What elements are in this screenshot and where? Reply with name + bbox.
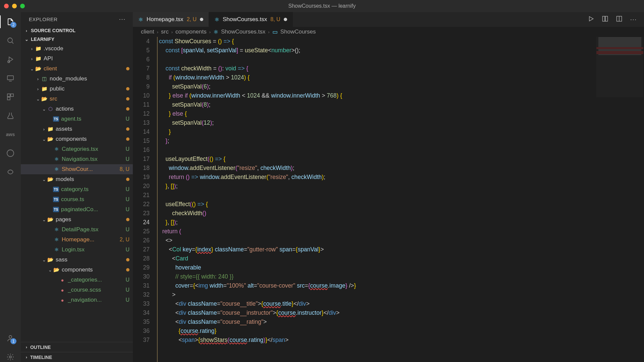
- editor-actions: ⋯: [581, 12, 644, 27]
- breadcrumb-item[interactable]: client: [141, 28, 154, 35]
- tree-item[interactable]: ⌄📂sass: [21, 255, 133, 265]
- section-timeline[interactable]: › TIMELINE: [21, 352, 133, 362]
- tree-item[interactable]: ●_categories...U: [21, 275, 133, 285]
- sidebar-title: EXPLORER: [29, 16, 58, 22]
- tree-item[interactable]: ⌄📂components: [21, 265, 133, 275]
- tree-item[interactable]: ›📁.vscode: [21, 44, 133, 54]
- window-title: ShowCourses.tsx — learnify: [288, 3, 356, 9]
- tree-item[interactable]: ›◫node_modules: [21, 74, 133, 84]
- file-tree: ›📁.vscode›📁API⌄📂client›◫node_modules›📁pu…: [21, 44, 133, 342]
- tree-item[interactable]: ⚛Login.tsxU: [21, 245, 133, 255]
- svg-rect-3: [7, 94, 10, 97]
- breadcrumb-item[interactable]: src: [161, 28, 169, 35]
- settings-icon[interactable]: [5, 352, 15, 362]
- minimize-icon[interactable]: [12, 4, 17, 8]
- extensions-icon[interactable]: [5, 92, 15, 102]
- svg-point-8: [9, 356, 11, 358]
- section-source-control[interactable]: ›SOURCE CONTROL: [21, 26, 133, 35]
- tab[interactable]: ⚛Homepage.tsx2, U: [133, 12, 209, 27]
- svg-rect-10: [605, 16, 608, 21]
- svg-rect-9: [603, 16, 605, 21]
- window-controls: [4, 4, 25, 8]
- explorer-icon[interactable]: 2: [5, 17, 15, 27]
- tree-item[interactable]: ›📁API: [21, 54, 133, 64]
- tree-item[interactable]: ⚛Navigation.tsxU: [21, 154, 133, 164]
- aws-icon[interactable]: aws: [5, 129, 15, 139]
- close-icon[interactable]: [4, 4, 9, 8]
- tree-item[interactable]: TSagent.tsU: [21, 114, 133, 124]
- tree-item[interactable]: TSpaginatedCo...U: [21, 204, 133, 215]
- svg-rect-5: [7, 97, 10, 100]
- sidebar-header: EXPLORER ⋯: [21, 12, 133, 26]
- code-area[interactable]: 4567891011121314151617181920212223242526…: [133, 37, 644, 362]
- tree-item[interactable]: TScourse.tsU: [21, 194, 133, 204]
- tree-item[interactable]: ⌄📂components: [21, 134, 133, 144]
- tree-item[interactable]: ●_course.scssU: [21, 285, 133, 295]
- sidebar: EXPLORER ⋯ ›SOURCE CONTROL ⌄LEARNIFY ›📁.…: [21, 12, 133, 362]
- debug-icon[interactable]: [5, 54, 15, 64]
- breadcrumb-item[interactable]: components: [175, 28, 207, 35]
- tree-item[interactable]: ⌄📂client: [21, 64, 133, 74]
- svg-rect-2: [7, 76, 13, 80]
- testing-icon[interactable]: [5, 111, 15, 121]
- split-icon[interactable]: [616, 15, 623, 24]
- tree-item[interactable]: ›📁assets: [21, 124, 133, 134]
- section-project[interactable]: ⌄LEARNIFY: [21, 35, 133, 44]
- tree-item[interactable]: TScategory.tsU: [21, 184, 133, 194]
- tab-bar: ⚛Homepage.tsx2, U⚛ShowCourses.tsx8, U ⋯: [133, 12, 644, 27]
- editor: ⚛Homepage.tsx2, U⚛ShowCourses.tsx8, U ⋯ …: [133, 12, 644, 362]
- tree-item[interactable]: ⚛ShowCour...8, U: [21, 164, 133, 174]
- github-icon[interactable]: [5, 148, 15, 158]
- tree-item[interactable]: ⌄⬡actions: [21, 104, 133, 114]
- more-icon[interactable]: ⋯: [119, 15, 126, 23]
- account-badge: 1: [10, 338, 16, 344]
- tab[interactable]: ⚛ShowCourses.tsx8, U: [209, 12, 293, 27]
- tree-item[interactable]: ⚛DetailPage.tsxU: [21, 225, 133, 235]
- breadcrumb[interactable]: client›src›components›⚛ShowCourses.tsx›▭…: [133, 27, 644, 37]
- svg-rect-4: [11, 94, 13, 97]
- tree-item[interactable]: ⌄📂src: [21, 94, 133, 104]
- activity-bar: 2 aws 1: [0, 12, 21, 362]
- minimap[interactable]: [596, 37, 643, 97]
- maximize-icon[interactable]: [20, 4, 25, 8]
- code-content[interactable]: const ShowCourses = () => { const [spanV…: [157, 37, 644, 362]
- tree-item[interactable]: ›📁public: [21, 84, 133, 94]
- tree-item[interactable]: ⚛Homepage...2, U: [21, 235, 133, 245]
- section-outline[interactable]: › OUTLINE: [21, 342, 133, 352]
- breadcrumb-item[interactable]: ShowCourses: [280, 28, 316, 35]
- breadcrumb-item[interactable]: ShowCourses.tsx: [221, 28, 265, 35]
- titlebar: ShowCourses.tsx — learnify: [0, 0, 644, 12]
- remote-icon[interactable]: [5, 73, 15, 83]
- svg-point-1: [8, 61, 10, 63]
- tree-item[interactable]: ⚛Categories.tsxU: [21, 144, 133, 154]
- line-gutter: 4567891011121314151617181920212223242526…: [133, 37, 157, 362]
- explorer-badge: 2: [10, 22, 16, 28]
- account-icon[interactable]: 1: [5, 333, 15, 343]
- svg-point-7: [9, 336, 12, 338]
- tree-item[interactable]: ⌄📂models: [21, 174, 133, 184]
- editor-more-icon[interactable]: ⋯: [630, 15, 637, 23]
- tree-item[interactable]: ⌄📂pages: [21, 215, 133, 225]
- diff-icon[interactable]: [602, 15, 608, 24]
- share-icon[interactable]: [5, 167, 15, 177]
- svg-point-6: [7, 150, 14, 157]
- run-icon[interactable]: [588, 15, 594, 24]
- tree-item[interactable]: ●_navigation...U: [21, 295, 133, 305]
- search-icon[interactable]: [5, 36, 15, 46]
- svg-point-0: [8, 38, 12, 43]
